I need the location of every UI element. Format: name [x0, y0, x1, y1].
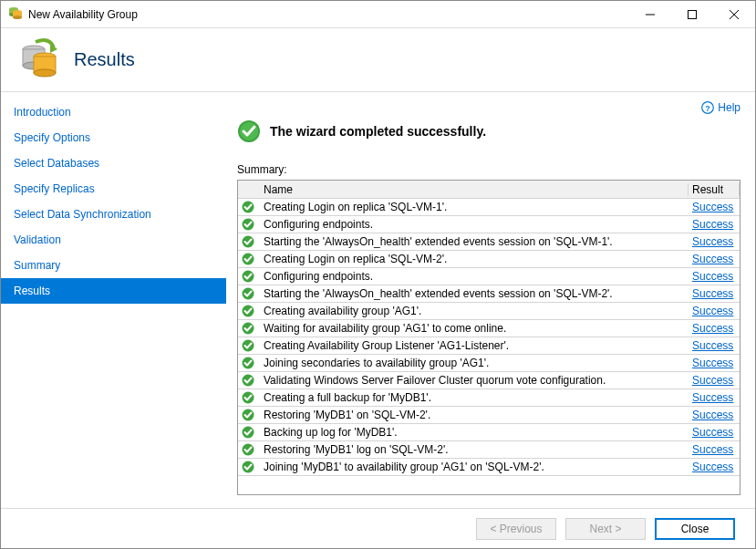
- maximize-button[interactable]: [671, 1, 713, 27]
- row-result-link[interactable]: Success: [689, 374, 740, 387]
- table-header: Name Result: [238, 181, 740, 199]
- row-result-link[interactable]: Success: [689, 322, 740, 335]
- minimize-button[interactable]: [629, 1, 671, 27]
- col-header-name[interactable]: Name: [258, 183, 689, 196]
- help-link[interactable]: ? Help: [701, 101, 740, 114]
- row-status-icon: [238, 235, 258, 248]
- table-row: Joining 'MyDB1' to availability group 'A…: [238, 459, 740, 476]
- row-name: Restoring 'MyDB1' log on 'SQL-VM-2'.: [258, 443, 689, 456]
- row-result-link[interactable]: Success: [689, 426, 740, 439]
- table-row: Creating Login on replica 'SQL-VM-1'.Suc…: [238, 199, 740, 216]
- table-row: Validating Windows Server Failover Clust…: [238, 372, 740, 389]
- header-icon: [17, 36, 61, 83]
- row-result-link[interactable]: Success: [689, 270, 740, 283]
- row-result-link[interactable]: Success: [689, 253, 740, 265]
- row-status-icon: [238, 322, 258, 335]
- table-row: Configuring endpoints.Success: [238, 268, 740, 285]
- table-row: Creating Availability Group Listener 'AG…: [238, 337, 740, 355]
- sidebar-item[interactable]: Select Databases: [1, 150, 226, 176]
- table-row: Joining secondaries to availability grou…: [238, 355, 740, 372]
- sidebar-item[interactable]: Introduction: [1, 99, 226, 125]
- sidebar-item[interactable]: Results: [1, 278, 226, 304]
- row-name: Waiting for availability group 'AG1' to …: [258, 322, 689, 335]
- sidebar-item[interactable]: Validation: [1, 227, 226, 253]
- table-row: Restoring 'MyDB1' on 'SQL-VM-2'.Success: [238, 407, 740, 424]
- help-label: Help: [718, 101, 740, 114]
- table-row: Backing up log for 'MyDB1'.Success: [238, 424, 740, 441]
- row-result-link[interactable]: Success: [689, 201, 740, 213]
- sidebar-item[interactable]: Summary: [1, 253, 226, 278]
- table-row: Starting the 'AlwaysOn_health' extended …: [238, 285, 740, 303]
- row-status-icon: [238, 201, 258, 213]
- window-title: New Availability Group: [28, 8, 629, 21]
- sidebar-item[interactable]: Specify Options: [1, 125, 226, 150]
- row-name: Configuring endpoints.: [258, 218, 689, 231]
- wizard-footer: < Previous Next > Close: [1, 508, 755, 548]
- row-status-icon: [238, 253, 258, 265]
- status-message: The wizard completed successfully.: [270, 124, 486, 139]
- row-result-link[interactable]: Success: [689, 409, 740, 421]
- window-controls: [629, 1, 755, 27]
- row-status-icon: [238, 409, 258, 421]
- table-row: Starting the 'AlwaysOn_health' extended …: [238, 233, 740, 251]
- table-row: Waiting for availability group 'AG1' to …: [238, 320, 740, 337]
- row-status-icon: [238, 443, 258, 456]
- table-row: Creating Login on replica 'SQL-VM-2'.Suc…: [238, 251, 740, 268]
- row-status-icon: [238, 218, 258, 231]
- page-title: Results: [74, 49, 135, 70]
- row-name: Creating a full backup for 'MyDB1'.: [258, 391, 689, 404]
- row-status-icon: [238, 461, 258, 473]
- app-icon: [8, 5, 23, 23]
- row-result-link[interactable]: Success: [689, 357, 740, 369]
- close-button[interactable]: [713, 1, 755, 27]
- row-result-link[interactable]: Success: [689, 235, 740, 248]
- row-name: Configuring endpoints.: [258, 270, 689, 283]
- table-row: Restoring 'MyDB1' log on 'SQL-VM-2'.Succ…: [238, 441, 740, 459]
- svg-rect-7: [689, 10, 697, 18]
- table-row: Configuring endpoints.Success: [238, 216, 740, 233]
- dialog-window: New Availability Group: [0, 0, 756, 549]
- svg-point-5: [13, 16, 22, 19]
- summary-table: Name Result Creating Login on replica 'S…: [237, 180, 740, 495]
- row-name: Validating Windows Server Failover Clust…: [258, 374, 689, 387]
- success-icon: [237, 119, 261, 143]
- row-name: Backing up log for 'MyDB1'.: [258, 426, 689, 439]
- wizard-sidebar: IntroductionSpecify OptionsSelect Databa…: [1, 92, 226, 508]
- row-name: Starting the 'AlwaysOn_health' extended …: [258, 235, 689, 248]
- row-name: Joining secondaries to availability grou…: [258, 357, 689, 369]
- sidebar-item[interactable]: Select Data Synchronization: [1, 202, 226, 227]
- row-status-icon: [238, 270, 258, 283]
- col-header-result[interactable]: Result: [689, 183, 740, 196]
- summary-label: Summary:: [237, 163, 740, 176]
- row-status-icon: [238, 374, 258, 387]
- row-name: Creating availability group 'AG1'.: [258, 305, 689, 317]
- titlebar: New Availability Group: [1, 1, 755, 28]
- table-row: Creating a full backup for 'MyDB1'.Succe…: [238, 389, 740, 407]
- row-status-icon: [238, 426, 258, 439]
- row-result-link[interactable]: Success: [689, 443, 740, 456]
- row-name: Creating Login on replica 'SQL-VM-2'.: [258, 253, 689, 265]
- close-wizard-button[interactable]: Close: [655, 518, 735, 540]
- row-name: Joining 'MyDB1' to availability group 'A…: [258, 461, 689, 473]
- row-result-link[interactable]: Success: [689, 305, 740, 317]
- row-name: Creating Availability Group Listener 'AG…: [258, 339, 689, 352]
- row-status-icon: [238, 339, 258, 352]
- row-status-icon: [238, 391, 258, 404]
- row-status-icon: [238, 357, 258, 369]
- main-panel: ? Help The wizard completed successfully…: [226, 92, 755, 508]
- row-result-link[interactable]: Success: [689, 461, 740, 473]
- svg-point-15: [34, 69, 56, 77]
- row-result-link[interactable]: Success: [689, 218, 740, 231]
- row-name: Creating Login on replica 'SQL-VM-1'.: [258, 201, 689, 213]
- next-button: Next >: [565, 518, 646, 540]
- previous-button: < Previous: [476, 518, 556, 540]
- page-header: Results: [1, 28, 755, 92]
- row-result-link[interactable]: Success: [689, 339, 740, 352]
- row-result-link[interactable]: Success: [689, 287, 740, 300]
- row-name: Restoring 'MyDB1' on 'SQL-VM-2'.: [258, 409, 689, 421]
- table-row: Creating availability group 'AG1'.Succes…: [238, 303, 740, 320]
- sidebar-item[interactable]: Specify Replicas: [1, 176, 226, 202]
- row-result-link[interactable]: Success: [689, 391, 740, 404]
- row-name: Starting the 'AlwaysOn_health' extended …: [258, 287, 689, 300]
- svg-text:?: ?: [706, 104, 711, 113]
